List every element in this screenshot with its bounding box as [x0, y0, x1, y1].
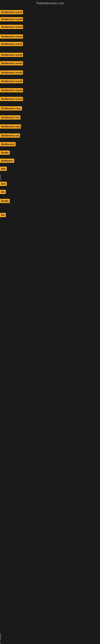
vertical-line	[0, 642, 1, 644]
bottleneck-result-item: Bottleneck resu	[0, 106, 22, 110]
bottleneck-result-item: Bottleneck result	[0, 17, 23, 21]
bottleneck-result-item: Bottleneck result	[0, 61, 23, 66]
bottleneck-result-item: Bottleneck res	[0, 134, 20, 138]
bottleneck-result-item: Bo	[0, 190, 6, 194]
bottleneck-result-item: Bottleneck result	[0, 34, 23, 39]
bottleneck-result-item: Bottleneck result	[0, 42, 23, 46]
vertical-line	[0, 175, 1, 181]
bottleneck-result-item: Bot	[0, 167, 7, 171]
bottleneck-result-item: Bo	[0, 213, 6, 217]
site-title: TheBottlenecker.com	[0, 0, 100, 6]
bottleneck-result-item: Bottle	[0, 150, 10, 155]
bottleneck-result-item: Bottleneck result	[0, 10, 23, 14]
bottleneck-result-item: Bottleneck result	[0, 70, 23, 75]
bottleneck-result-item: Bottleneck result	[0, 97, 23, 101]
bottleneck-result-item: Bottleneck result	[0, 88, 23, 92]
bottleneck-result-item: Bottle	[0, 199, 10, 203]
bottleneck-result-item: Bottleneck res	[0, 115, 20, 120]
vertical-line	[0, 634, 1, 640]
bottleneck-result-item: Bottleneck result	[0, 79, 23, 83]
bottleneck-result-item: Bottleneck resu	[0, 124, 21, 128]
bottleneck-result-item: Bot	[0, 182, 7, 186]
bottleneck-result-item: Bottleneck result	[0, 53, 23, 57]
bottleneck-result-item: Bottleneck	[0, 142, 16, 146]
bottleneck-result-item: Bottleneck result	[0, 25, 23, 29]
bottleneck-result-item: Bottlenec	[0, 158, 14, 163]
